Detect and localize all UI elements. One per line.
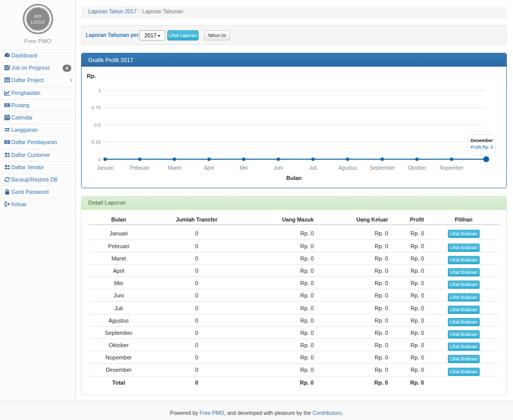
svg-text:1: 1 (98, 88, 101, 93)
svg-text:0.75: 0.75 (91, 105, 101, 110)
svg-text:Pebruari: Pebruari (130, 165, 149, 171)
svg-text:LOGO: LOGO (30, 19, 45, 25)
svg-text:Juli: Juli (309, 165, 317, 171)
svg-text:Nopember: Nopember (440, 165, 464, 171)
svg-text:Januari: Januari (96, 165, 113, 171)
svg-text:NO: NO (34, 14, 42, 19)
svg-text:Maret: Maret (168, 165, 181, 171)
svg-text:0.5: 0.5 (94, 122, 101, 128)
svg-text:Juni: Juni (273, 165, 283, 171)
svg-text:April: April (204, 165, 214, 171)
svg-text:September: September (370, 165, 396, 171)
svg-text:0.25: 0.25 (91, 139, 101, 145)
svg-text:Agustus: Agustus (339, 165, 357, 171)
svg-text:Mei: Mei (240, 165, 248, 171)
svg-text:Oktober: Oktober (408, 165, 426, 171)
svg-text:0: 0 (98, 156, 101, 162)
